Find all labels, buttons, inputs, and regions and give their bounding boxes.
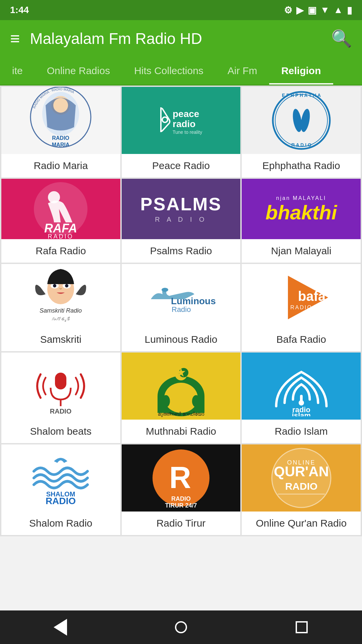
svg-text:RADIO: RADIO [171, 495, 191, 502]
svg-text:Tune to reality: Tune to reality [173, 129, 202, 135]
tab-bar: ite Online Radios Hits Collections Air F… [0, 57, 362, 86]
svg-point-2 [53, 98, 68, 113]
status-bar: 1:44 ⚙ ▶ ▣ ▼ ▲ ▮ [0, 0, 362, 20]
quran-radio-image: ONLINE QUR'AN RADIO [242, 444, 361, 512]
quran-radio-label: Online Qur'an Radio [242, 512, 361, 535]
svg-rect-35 [55, 373, 66, 389]
tab-religion[interactable]: Religion [269, 57, 333, 85]
psalms-radio-label: Psalms Radio [122, 239, 241, 263]
card-radio-tirur[interactable]: R RADIO TIRUR 24/7 Radio Tirur [122, 444, 241, 535]
ephphatha-logo: E P H P H A T H A R A D I O [268, 87, 335, 154]
tab-favourite[interactable]: ite [0, 57, 35, 85]
svg-point-25 [65, 284, 68, 287]
radio-maria-label: Radio Maria [1, 154, 120, 177]
radio-maria-logo: RADIO MARIA RADIO MARIA · RADIO MARIA [27, 87, 94, 154]
shalom-beats-image: RADIO [1, 353, 120, 420]
rafa-radio-label: Rafa Radio [1, 239, 120, 263]
svg-text:RADIO: RADIO [50, 408, 71, 415]
shalom-beats-logo: RADIO [27, 356, 94, 416]
svg-text:മുത്ത്നബി റേഡിയോ: മുത്ത്നബി റേഡിയോ [158, 411, 204, 417]
tab-air-fm[interactable]: Air Fm [216, 57, 269, 85]
svg-text:R A D I O: R A D I O [291, 142, 311, 148]
recents-icon [296, 621, 308, 633]
svg-text:E P H P H A T H A: E P H P H A T H A [282, 93, 321, 98]
samskriti-label: Samskriti [1, 328, 120, 351]
card-peace-radio[interactable]: peace radio Tune to reality Peace Radio [122, 87, 241, 177]
svg-text:Samskriti Radio: Samskriti Radio [40, 307, 82, 314]
svg-text:RADIO: RADIO [285, 481, 317, 492]
muthnabi-logo: മുത്ത്നബി റേഡിയോ [147, 353, 215, 420]
menu-button[interactable]: ≡ [10, 29, 20, 48]
svg-text:bafa: bafa [298, 289, 326, 304]
home-button[interactable] [168, 614, 194, 641]
svg-point-41 [162, 395, 170, 407]
svg-text:RADIO: RADIO [46, 496, 76, 506]
luminous-image: Luminous Radio [122, 264, 241, 328]
svg-point-40 [164, 383, 198, 413]
rafa-image: RAFA RADIO [1, 179, 120, 239]
back-icon [54, 619, 67, 636]
bafa-logo: bafa RADIO [268, 266, 335, 326]
svg-text:RADIO: RADIO [290, 305, 312, 310]
back-button[interactable] [47, 614, 74, 641]
ephphatha-image: E P H P H A T H A R A D I O [242, 87, 361, 154]
svg-text:peace: peace [173, 109, 199, 119]
shalom-radio-logo: SHALOM RADIO [27, 444, 94, 512]
card-shalom-beats[interactable]: RADIO Shalom beats [1, 353, 120, 443]
card-shalom-radio[interactable]: SHALOM RADIO Shalom Radio [1, 444, 120, 535]
status-icons: ⚙ ▶ ▣ ▼ ▲ ▮ [284, 5, 352, 16]
njan-malayali-label: Njan Malayali [242, 239, 361, 263]
svg-text:TIRUR 24/7: TIRUR 24/7 [165, 502, 197, 509]
time: 1:44 [10, 5, 29, 15]
svg-point-42 [192, 395, 200, 407]
card-psalms-radio[interactable]: PSALMS R A D I O Psalms Radio [122, 179, 241, 263]
peace-radio-image: peace radio Tune to reality [122, 87, 241, 154]
svg-point-47 [299, 400, 304, 406]
shalom-beats-label: Shalom beats [1, 420, 120, 443]
bafa-image: bafa RADIO [242, 264, 361, 328]
card-bafa-radio[interactable]: bafa RADIO Bafa Radio [242, 264, 361, 351]
peace-radio-logo: peace radio Tune to reality [151, 103, 211, 137]
rafa-logo: RAFA RADIO [27, 179, 94, 239]
psalms-image: PSALMS R A D I O [122, 179, 241, 239]
home-icon [175, 621, 187, 633]
bhakthi-image: njan MALAYALI bhakthi [242, 179, 361, 239]
bafa-radio-label: Bafa Radio [242, 328, 361, 351]
recents-button[interactable] [288, 614, 315, 641]
radio-maria-image: RADIO MARIA RADIO MARIA · RADIO MARIA [1, 87, 120, 154]
card-samskriti[interactable]: Samskriti Radio ಸಂಸ್ಕೃತಿ Samskriti [1, 264, 120, 351]
svg-text:Luminous: Luminous [171, 296, 216, 306]
signal-icon: ▲ [334, 5, 343, 15]
muthnabi-image: മുത്ത്നബി റേഡിയോ [122, 353, 241, 420]
wifi-icon: ▼ [320, 5, 330, 15]
card-radio-islam[interactable]: radio islam Radio Islam [242, 353, 361, 443]
radio-islam-image: radio islam [242, 353, 361, 420]
card-rafa-radio[interactable]: RAFA RADIO Rafa Radio [1, 179, 120, 263]
card-radio-maria[interactable]: RADIO MARIA RADIO MARIA · RADIO MARIA Ra… [1, 87, 120, 177]
play-icon: ▶ [296, 5, 304, 16]
radio-islam-logo: radio islam [268, 356, 335, 416]
svg-text:RADIO: RADIO [48, 233, 74, 239]
card-quran-radio[interactable]: ONLINE QUR'AN RADIO Online Qur'an Radio [242, 444, 361, 535]
samskriti-image: Samskriti Radio ಸಂಸ್ಕೃತಿ [1, 264, 120, 328]
settings-icon: ⚙ [284, 5, 292, 16]
svg-text:radio: radio [173, 119, 195, 129]
card-muthnabi-radio[interactable]: മുത്ത്നബി റേഡിയോ Muthnabi Radio [122, 353, 241, 443]
tab-online-radios[interactable]: Online Radios [35, 57, 122, 85]
radio-tirur-image: R RADIO TIRUR 24/7 [122, 444, 241, 512]
card-njan-malayali[interactable]: njan MALAYALI bhakthi Njan Malayali [242, 179, 361, 263]
header: ≡ Malayalam Fm Radio HD 🔍 [0, 20, 362, 57]
radio-tirur-logo: R RADIO TIRUR 24/7 [147, 444, 215, 512]
app-title: Malayalam Fm Radio HD [30, 30, 321, 48]
tab-hits-collections[interactable]: Hits Collections [122, 57, 216, 85]
svg-point-7 [162, 117, 168, 122]
svg-point-29 [162, 288, 168, 292]
card-ephphatha-radio[interactable]: E P H P H A T H A R A D I O Ephphatha Ra… [242, 87, 361, 177]
quran-logo: ONLINE QUR'AN RADIO [268, 444, 335, 512]
shalom-radio-label: Shalom Radio [1, 512, 120, 535]
muthnabi-radio-label: Muthnabi Radio [122, 420, 241, 443]
svg-text:Radio: Radio [172, 305, 191, 314]
shalom-radio-image: SHALOM RADIO [1, 444, 120, 512]
search-button[interactable]: 🔍 [331, 29, 352, 48]
card-luminous-radio[interactable]: Luminous Radio Luminous Radio [122, 264, 241, 351]
